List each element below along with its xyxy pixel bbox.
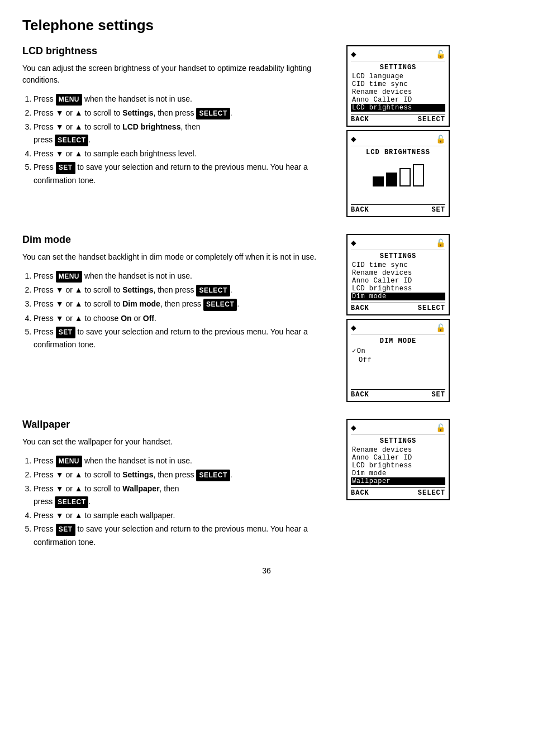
wallpaper-title: Wallpaper xyxy=(22,419,335,430)
step-item: Press ▼ or ▲ to choose On or Off. xyxy=(34,312,335,324)
brightness-bar-2 xyxy=(386,173,397,186)
set-key: SET xyxy=(56,524,75,535)
menu-item: LCD language xyxy=(351,73,445,80)
or-text: or xyxy=(65,122,72,131)
arrow-up-icon: ◆ xyxy=(351,133,356,145)
menu-item-selected: LCD brightness xyxy=(351,104,445,112)
menu-key: MENU xyxy=(56,94,82,106)
section-lcd-brightness: LCD brightness You can adjust the screen… xyxy=(22,45,511,217)
lock-icon: 🔓 xyxy=(436,50,445,59)
lock-icon: 🔓 xyxy=(436,238,445,248)
or-text: or xyxy=(65,299,72,308)
arrow-up-icon: ◆ xyxy=(351,237,356,248)
screen-header: ◆ 🔓 xyxy=(351,422,445,435)
select-key: SELECT xyxy=(203,299,237,310)
dim-mode-on: On xyxy=(351,346,445,356)
set-key: SET xyxy=(56,162,75,174)
dim-mode-text: Dim mode You can set the handset backlig… xyxy=(22,234,335,402)
step-item: Press ▼ or ▲ to scroll to Settings, then… xyxy=(34,284,335,296)
arrow-up-icon: ◆ xyxy=(351,49,356,60)
step-item: Press SET to save your selection and ret… xyxy=(34,161,335,186)
menu-item: CID time sync xyxy=(351,261,445,269)
lcd-brightness-title: LCD brightness xyxy=(22,45,335,57)
lock-icon: 🔓 xyxy=(436,323,445,333)
or-text: or xyxy=(65,470,72,479)
select-key: SELECT xyxy=(196,285,230,296)
select-key: SELECT xyxy=(55,135,88,146)
screen-footer: BACK SET xyxy=(351,204,445,214)
screen-header: ◆ 🔓 xyxy=(351,49,445,61)
device-screen-settings-2: ◆ 🔓 SETTINGS CID time sync Rename device… xyxy=(346,234,450,315)
dim-mode-intro: You can set the handset backlight in dim… xyxy=(22,251,335,263)
lcd-brightness-screens: ◆ 🔓 SETTINGS LCD language CID time sync … xyxy=(346,45,458,217)
menu-item: Rename devices xyxy=(351,446,445,454)
footer-back: BACK xyxy=(351,116,369,123)
dim-mode-title: Dim mode xyxy=(22,234,335,246)
dim-mode-steps: Press MENU when the handset is not in us… xyxy=(22,270,335,351)
footer-back: BACK xyxy=(351,206,369,214)
step-item: Press SET to save your selection and ret… xyxy=(34,523,335,548)
select-key: SELECT xyxy=(55,496,88,508)
footer-select: SELECT xyxy=(418,116,445,123)
lock-icon: 🔓 xyxy=(436,135,445,144)
menu-item: Anno Caller ID xyxy=(351,277,445,285)
menu-item: Anno Caller ID xyxy=(351,454,445,462)
or-text: or xyxy=(65,511,72,520)
device-screen-settings-3: ◆ 🔓 SETTINGS Rename devices Anno Caller … xyxy=(346,419,450,500)
section-dim-mode: Dim mode You can set the handset backlig… xyxy=(22,234,511,402)
step-item: Press ▼ or ▲ to sample each brightness l… xyxy=(34,147,335,160)
menu-title: DIM MODE xyxy=(351,337,445,345)
step-item: Press MENU when the handset is not in us… xyxy=(34,270,335,283)
brightness-bar-1 xyxy=(373,176,384,186)
screen-header: ◆ 🔓 xyxy=(351,322,445,335)
wallpaper-intro: You can set the wallpaper for your hands… xyxy=(22,436,335,448)
brightness-bar-3 xyxy=(399,168,411,186)
menu-key: MENU xyxy=(56,271,82,283)
step-item: Press MENU when the handset is not in us… xyxy=(34,93,335,106)
brightness-bar-4 xyxy=(413,164,424,186)
lcd-brightness-steps: Press MENU when the handset is not in us… xyxy=(22,93,335,186)
menu-item: Dim mode xyxy=(351,470,445,477)
step-item: Press ▼ or ▲ to sample each wallpaper. xyxy=(34,509,335,521)
screen-footer: BACK SELECT xyxy=(351,303,445,312)
menu-title: SETTINGS xyxy=(351,64,445,71)
footer-set: SET xyxy=(431,391,445,399)
brightness-display xyxy=(351,157,445,191)
device-screen-settings-1: ◆ 🔓 SETTINGS LCD language CID time sync … xyxy=(346,45,450,127)
step-item: Press MENU when the handset is not in us… xyxy=(34,454,335,467)
lcd-brightness-intro: You can adjust the screen brightness of … xyxy=(22,63,335,86)
device-screen-dim-mode: ◆ 🔓 DIM MODE On Off BACK SET xyxy=(346,319,450,402)
menu-item: Rename devices xyxy=(351,269,445,277)
lcd-brightness-text: LCD brightness You can adjust the screen… xyxy=(22,45,335,217)
or-text: or xyxy=(65,484,72,493)
menu-item-selected: Dim mode xyxy=(351,293,445,300)
or-text: or xyxy=(65,285,72,294)
dim-mode-off: Off xyxy=(351,356,445,365)
dim-mode-screens: ◆ 🔓 SETTINGS CID time sync Rename device… xyxy=(346,234,458,402)
menu-title: SETTINGS xyxy=(351,437,445,445)
footer-select: SELECT xyxy=(418,304,445,312)
footer-back: BACK xyxy=(351,304,369,312)
screen-header: ◆ 🔓 xyxy=(351,133,445,146)
page-title: Telephone settings xyxy=(22,17,511,34)
footer-back: BACK xyxy=(351,489,369,497)
or-text: or xyxy=(65,149,72,158)
device-screen-brightness: ◆ 🔓 LCD BRIGHTNESS BACK SET xyxy=(346,130,450,217)
select-key: SELECT xyxy=(196,108,230,119)
screen-footer: BACK SET xyxy=(351,389,445,399)
lock-icon: 🔓 xyxy=(436,423,445,433)
arrow-up-icon: ◆ xyxy=(351,422,356,433)
menu-key: MENU xyxy=(56,456,82,467)
screen-footer: BACK SELECT xyxy=(351,114,445,123)
or-text: or xyxy=(65,314,72,323)
or-text: or xyxy=(65,108,72,117)
step-item: Press ▼ or ▲ to scroll to LCD brightness… xyxy=(34,121,335,146)
menu-item: LCD brightness xyxy=(351,462,445,470)
screen-header: ◆ 🔓 xyxy=(351,237,445,250)
step-item: Press SET to save your selection and ret… xyxy=(34,326,335,351)
arrow-up-icon: ◆ xyxy=(351,322,356,333)
menu-item: Rename devices xyxy=(351,88,445,96)
menu-item-selected: Wallpaper xyxy=(351,477,445,485)
wallpaper-screens: ◆ 🔓 SETTINGS Rename devices Anno Caller … xyxy=(346,419,458,549)
wallpaper-text: Wallpaper You can set the wallpaper for … xyxy=(22,419,335,549)
